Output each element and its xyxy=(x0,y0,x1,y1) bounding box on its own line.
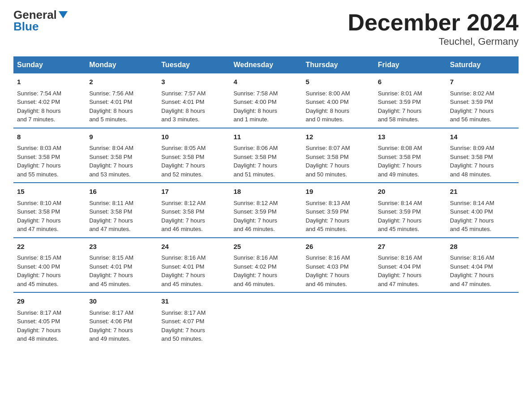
calendar-cell: 27 Sunrise: 8:16 AM Sunset: 4:04 PM Dayl… xyxy=(374,238,446,293)
day-number: 22 xyxy=(17,242,82,252)
day-info: Sunrise: 7:58 AM Sunset: 4:00 PM Dayligh… xyxy=(233,90,278,123)
calendar-cell: 15 Sunrise: 8:10 AM Sunset: 3:58 PM Dayl… xyxy=(13,183,86,238)
day-info: Sunrise: 8:16 AM Sunset: 4:02 PM Dayligh… xyxy=(233,254,278,287)
day-info: Sunrise: 8:16 AM Sunset: 4:04 PM Dayligh… xyxy=(450,254,494,287)
day-info: Sunrise: 8:17 AM Sunset: 4:06 PM Dayligh… xyxy=(89,309,133,342)
calendar-week-row: 1 Sunrise: 7:54 AM Sunset: 4:02 PM Dayli… xyxy=(13,73,519,128)
day-info: Sunrise: 8:11 AM Sunset: 3:58 PM Dayligh… xyxy=(89,200,133,233)
calendar-cell: 28 Sunrise: 8:16 AM Sunset: 4:04 PM Dayl… xyxy=(446,238,519,293)
day-info: Sunrise: 8:14 AM Sunset: 3:59 PM Dayligh… xyxy=(378,200,422,233)
day-info: Sunrise: 8:08 AM Sunset: 3:58 PM Dayligh… xyxy=(378,145,422,178)
day-number: 6 xyxy=(378,77,443,87)
logo: General Blue xyxy=(13,9,68,32)
header-thursday: Thursday xyxy=(302,56,374,73)
day-number: 7 xyxy=(450,77,515,87)
header-friday: Friday xyxy=(374,56,446,73)
day-number: 30 xyxy=(89,296,154,307)
page-header: General Blue December 2024 Teuchel, Germ… xyxy=(13,9,519,47)
day-info: Sunrise: 8:16 AM Sunset: 4:04 PM Dayligh… xyxy=(378,254,422,287)
day-number: 27 xyxy=(378,242,443,252)
day-number: 25 xyxy=(233,242,298,252)
calendar-cell: 23 Sunrise: 8:15 AM Sunset: 4:01 PM Dayl… xyxy=(86,238,158,293)
day-info: Sunrise: 8:00 AM Sunset: 4:00 PM Dayligh… xyxy=(306,90,350,123)
day-info: Sunrise: 8:13 AM Sunset: 3:59 PM Dayligh… xyxy=(306,200,350,233)
calendar-cell: 3 Sunrise: 7:57 AM Sunset: 4:01 PM Dayli… xyxy=(158,73,230,128)
calendar-week-row: 8 Sunrise: 8:03 AM Sunset: 3:58 PM Dayli… xyxy=(13,128,519,183)
day-info: Sunrise: 8:01 AM Sunset: 3:59 PM Dayligh… xyxy=(378,90,422,123)
calendar-cell: 25 Sunrise: 8:16 AM Sunset: 4:02 PM Dayl… xyxy=(230,238,302,293)
day-info: Sunrise: 8:03 AM Sunset: 3:58 PM Dayligh… xyxy=(17,145,61,178)
header-wednesday: Wednesday xyxy=(230,56,302,73)
calendar-cell xyxy=(374,292,446,347)
day-info: Sunrise: 8:06 AM Sunset: 3:58 PM Dayligh… xyxy=(233,145,278,178)
calendar-cell xyxy=(230,292,302,347)
day-number: 2 xyxy=(89,77,154,87)
day-info: Sunrise: 8:16 AM Sunset: 4:01 PM Dayligh… xyxy=(161,254,206,287)
day-number: 29 xyxy=(17,296,82,307)
day-info: Sunrise: 8:10 AM Sunset: 3:58 PM Dayligh… xyxy=(17,200,61,233)
calendar-cell: 11 Sunrise: 8:06 AM Sunset: 3:58 PM Dayl… xyxy=(230,128,302,183)
calendar-cell: 7 Sunrise: 8:02 AM Sunset: 3:59 PM Dayli… xyxy=(446,73,519,128)
day-number: 15 xyxy=(17,187,82,197)
calendar-cell: 5 Sunrise: 8:00 AM Sunset: 4:00 PM Dayli… xyxy=(302,73,374,128)
calendar-cell: 24 Sunrise: 8:16 AM Sunset: 4:01 PM Dayl… xyxy=(158,238,230,293)
day-info: Sunrise: 7:57 AM Sunset: 4:01 PM Dayligh… xyxy=(161,90,206,123)
day-info: Sunrise: 8:07 AM Sunset: 3:58 PM Dayligh… xyxy=(306,145,350,178)
day-number: 8 xyxy=(17,132,82,142)
logo-triangle-icon xyxy=(59,11,68,18)
calendar-cell: 19 Sunrise: 8:13 AM Sunset: 3:59 PM Dayl… xyxy=(302,183,374,238)
calendar-cell: 6 Sunrise: 8:01 AM Sunset: 3:59 PM Dayli… xyxy=(374,73,446,128)
day-info: Sunrise: 8:15 AM Sunset: 4:00 PM Dayligh… xyxy=(17,254,61,287)
day-number: 14 xyxy=(450,132,515,142)
day-number: 26 xyxy=(306,242,371,252)
day-info: Sunrise: 8:15 AM Sunset: 4:01 PM Dayligh… xyxy=(89,254,133,287)
page-title: December 2024 xyxy=(348,9,519,36)
calendar-cell xyxy=(302,292,374,347)
header-saturday: Saturday xyxy=(446,56,519,73)
calendar-cell: 1 Sunrise: 7:54 AM Sunset: 4:02 PM Dayli… xyxy=(13,73,86,128)
day-info: Sunrise: 8:04 AM Sunset: 3:58 PM Dayligh… xyxy=(89,145,133,178)
calendar-week-row: 22 Sunrise: 8:15 AM Sunset: 4:00 PM Dayl… xyxy=(13,238,519,293)
day-number: 17 xyxy=(161,187,226,197)
calendar-cell: 13 Sunrise: 8:08 AM Sunset: 3:58 PM Dayl… xyxy=(374,128,446,183)
calendar-header-row: SundayMondayTuesdayWednesdayThursdayFrid… xyxy=(13,56,519,73)
calendar-cell: 29 Sunrise: 8:17 AM Sunset: 4:05 PM Dayl… xyxy=(13,292,86,347)
day-number: 5 xyxy=(306,77,371,87)
calendar-cell: 30 Sunrise: 8:17 AM Sunset: 4:06 PM Dayl… xyxy=(86,292,158,347)
calendar-cell: 4 Sunrise: 7:58 AM Sunset: 4:00 PM Dayli… xyxy=(230,73,302,128)
day-number: 1 xyxy=(17,77,82,87)
logo-general-text: General xyxy=(13,9,57,21)
calendar-cell: 31 Sunrise: 8:17 AM Sunset: 4:07 PM Dayl… xyxy=(158,292,230,347)
day-number: 12 xyxy=(306,132,371,142)
calendar-cell: 22 Sunrise: 8:15 AM Sunset: 4:00 PM Dayl… xyxy=(13,238,86,293)
title-block: December 2024 Teuchel, Germany xyxy=(348,9,519,47)
calendar-cell xyxy=(446,292,519,347)
day-info: Sunrise: 8:14 AM Sunset: 4:00 PM Dayligh… xyxy=(450,200,494,233)
calendar-cell: 16 Sunrise: 8:11 AM Sunset: 3:58 PM Dayl… xyxy=(86,183,158,238)
day-number: 24 xyxy=(161,242,226,252)
calendar-week-row: 29 Sunrise: 8:17 AM Sunset: 4:05 PM Dayl… xyxy=(13,292,519,347)
calendar-cell: 17 Sunrise: 8:12 AM Sunset: 3:58 PM Dayl… xyxy=(158,183,230,238)
day-number: 3 xyxy=(161,77,226,87)
day-number: 13 xyxy=(378,132,443,142)
calendar-cell: 12 Sunrise: 8:07 AM Sunset: 3:58 PM Dayl… xyxy=(302,128,374,183)
calendar-cell: 21 Sunrise: 8:14 AM Sunset: 4:00 PM Dayl… xyxy=(446,183,519,238)
calendar-cell: 2 Sunrise: 7:56 AM Sunset: 4:01 PM Dayli… xyxy=(86,73,158,128)
day-number: 16 xyxy=(89,187,154,197)
day-number: 31 xyxy=(161,296,226,307)
day-info: Sunrise: 8:17 AM Sunset: 4:07 PM Dayligh… xyxy=(161,309,206,342)
page-subtitle: Teuchel, Germany xyxy=(348,36,519,47)
calendar-cell: 8 Sunrise: 8:03 AM Sunset: 3:58 PM Dayli… xyxy=(13,128,86,183)
calendar-week-row: 15 Sunrise: 8:10 AM Sunset: 3:58 PM Dayl… xyxy=(13,183,519,238)
day-info: Sunrise: 8:12 AM Sunset: 3:59 PM Dayligh… xyxy=(233,200,278,233)
calendar-table: SundayMondayTuesdayWednesdayThursdayFrid… xyxy=(13,56,519,347)
day-info: Sunrise: 7:56 AM Sunset: 4:01 PM Dayligh… xyxy=(89,90,133,123)
day-number: 23 xyxy=(89,242,154,252)
day-number: 4 xyxy=(233,77,298,87)
day-info: Sunrise: 8:12 AM Sunset: 3:58 PM Dayligh… xyxy=(161,200,206,233)
header-monday: Monday xyxy=(86,56,158,73)
calendar-cell: 10 Sunrise: 8:05 AM Sunset: 3:58 PM Dayl… xyxy=(158,128,230,183)
day-number: 18 xyxy=(233,187,298,197)
day-number: 9 xyxy=(89,132,154,142)
day-info: Sunrise: 8:16 AM Sunset: 4:03 PM Dayligh… xyxy=(306,254,350,287)
